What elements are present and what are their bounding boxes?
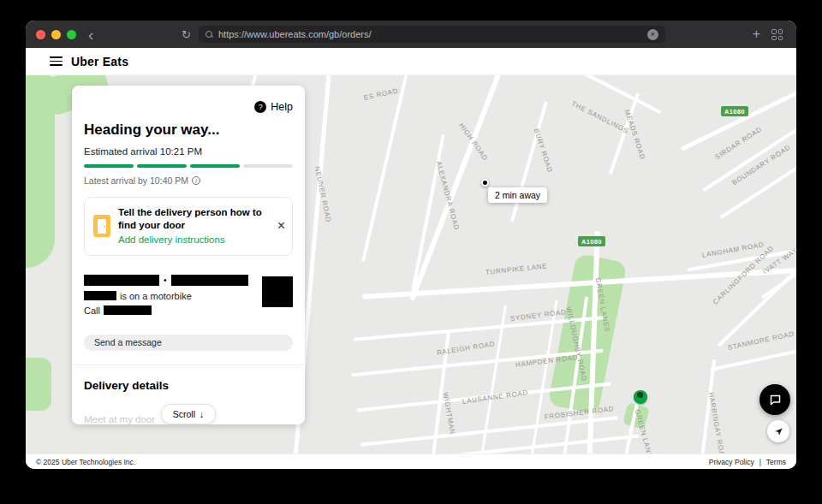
window-controls (36, 30, 76, 39)
road-label: LAUSANNE ROAD (462, 388, 528, 406)
door-icon (93, 215, 110, 237)
brand-logo: Uber Eats (71, 55, 128, 68)
back-button[interactable]: ‹ (88, 27, 93, 43)
browser-chrome: ‹ ↻ https://www.ubereats.com/gb/orders/ … (26, 21, 796, 48)
road-label: TURNPIKE LANE (485, 262, 548, 276)
message-input[interactable] (84, 335, 293, 351)
road-label: THE SANDLINGS (570, 99, 630, 134)
url-text: https://www.ubereats.com/gb/orders/ (218, 29, 647, 39)
reload-button[interactable]: ↻ (182, 29, 191, 40)
close-window-button[interactable] (36, 30, 45, 39)
park-area (26, 358, 51, 411)
courier-avatar-redacted (262, 276, 293, 307)
road-label: STANMORE ROAD (727, 330, 795, 352)
new-tab-button[interactable]: + (753, 27, 760, 41)
road-label: HIGH ROAD (457, 122, 489, 162)
courier-name-redacted (84, 275, 159, 286)
zoom-window-button[interactable] (67, 30, 76, 39)
dot-separator: • (164, 276, 167, 285)
tab-overview-icon[interactable] (771, 29, 783, 40)
courier-name-redacted (84, 291, 116, 300)
help-button[interactable]: ? Help (254, 101, 293, 113)
navigation-arrow-icon (774, 427, 783, 436)
destination-marker (481, 179, 489, 187)
call-button[interactable]: Call (84, 305, 100, 316)
stop-loading-icon[interactable]: × (647, 29, 658, 40)
help-label: Help (271, 101, 293, 113)
app-header: Uber Eats (26, 48, 796, 75)
page-footer: © 2025 Uber Technologies Inc. Privacy Po… (26, 454, 796, 469)
menu-icon[interactable] (50, 56, 63, 66)
road-label: BURY ROAD (533, 127, 554, 174)
road-label: ES ROAD (363, 87, 399, 102)
close-icon[interactable]: × (277, 219, 285, 233)
footer-separator: | (759, 458, 761, 466)
arrow-down-icon: ↓ (200, 409, 204, 419)
chat-button[interactable] (759, 384, 790, 415)
route-badge: A1080 (721, 106, 748, 116)
order-status-panel: ? Help Heading your way... Estimated arr… (72, 86, 305, 424)
help-icon: ? (254, 101, 266, 113)
road-label: MEADS ROAD (623, 109, 646, 161)
road-line (361, 75, 409, 262)
courier-vehicle-text: is on a motorbike (120, 291, 192, 301)
courier-marker (634, 390, 647, 404)
call-number-redacted (104, 305, 152, 315)
delivery-instructions-card: Tell the delivery person how to find you… (84, 197, 293, 256)
eta-tooltip: 2 min away (488, 187, 547, 203)
route-badge: A1080 (578, 236, 605, 246)
address-bar[interactable]: https://www.ubereats.com/gb/orders/ × (199, 26, 665, 43)
courier-info: • is on a motorbike Call (84, 275, 293, 324)
copyright-text: © 2025 Uber Technologies Inc. (36, 458, 135, 466)
divider (72, 365, 305, 365)
estimated-arrival: Estimated arrival 10:21 PM (84, 146, 293, 157)
delivery-progress-bar (84, 164, 293, 168)
add-delivery-instructions-link[interactable]: Add delivery instructions (118, 234, 268, 246)
privacy-policy-link[interactable]: Privacy Policy (709, 458, 754, 466)
locate-button[interactable] (767, 420, 789, 442)
road-label: HARRINGAY ROAD (707, 392, 727, 454)
minimize-window-button[interactable] (51, 30, 61, 39)
search-icon (206, 31, 213, 39)
delivery-details-title: Delivery details (84, 379, 293, 392)
browser-window: ‹ ↻ https://www.ubereats.com/gb/orders/ … (26, 21, 796, 469)
road-line (411, 134, 444, 290)
info-icon[interactable]: i (192, 176, 200, 185)
instructions-text: Tell the delivery person how to find you… (118, 206, 268, 232)
map[interactable]: ES ROAD HIGH ROAD BURY ROAD THE SANDLING… (26, 75, 796, 454)
meet-at-door-option: Meet at my door (84, 414, 155, 424)
terms-link[interactable]: Terms (766, 458, 786, 466)
latest-arrival: Latest arrival by 10:40 PM (84, 175, 188, 186)
scroll-label: Scroll (173, 409, 195, 419)
courier-rating-redacted (171, 275, 248, 286)
order-status-title: Heading your way... (84, 122, 293, 139)
chat-bubble-icon (769, 394, 782, 406)
scroll-button[interactable]: Scroll ↓ (161, 404, 217, 424)
